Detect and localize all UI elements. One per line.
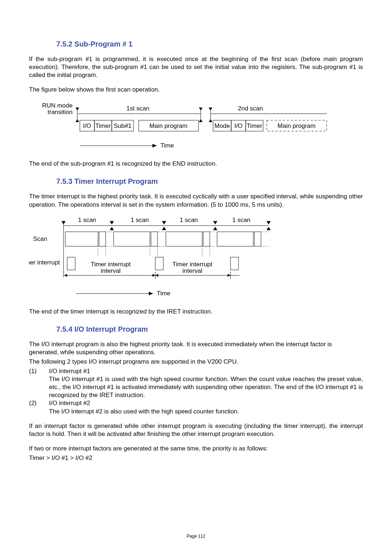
sec2-p2: The end of the timer interrupt is recogn…: [29, 308, 363, 316]
svg-marker-58: [64, 274, 67, 277]
fig2-scan-label: Scan: [33, 235, 47, 242]
figure-first-scan: RUN mode transition 1st scan I/O Timer S…: [29, 100, 363, 155]
fig1-timer: Timer: [95, 122, 111, 129]
svg-marker-1: [75, 108, 79, 110]
svg-rect-48: [67, 257, 75, 270]
heading-754: 7.5.4 I/O Interrupt Program: [56, 324, 363, 334]
svg-rect-41: [203, 232, 210, 246]
svg-marker-29: [213, 227, 217, 230]
fig1-scan2-label: 2nd scan: [238, 105, 263, 112]
item2-num: (2): [29, 399, 49, 407]
heading-752: 7.5.2 Sub-Program # 1: [56, 39, 363, 49]
figure-timer-interrupt: 1 scan 1 scan 1 scan 1 scan Scan: [29, 215, 363, 303]
fig1-main2: Main program: [278, 122, 316, 129]
fig2-svg: 1 scan 1 scan 1 scan 1 scan Scan: [29, 215, 363, 303]
fig1-svg: RUN mode transition 1st scan I/O Timer S…: [29, 100, 363, 155]
svg-marker-27: [162, 227, 166, 230]
svg-rect-32: [65, 232, 98, 246]
fig1-timer2: Timer: [247, 122, 262, 129]
svg-marker-20: [152, 144, 157, 147]
svg-marker-60: [155, 274, 158, 277]
fig1-main1: Main program: [150, 122, 188, 129]
svg-rect-40: [166, 232, 202, 246]
fig2-int2b: interval: [183, 267, 203, 274]
svg-marker-5: [199, 108, 203, 110]
sec1-p3: The end of the sub-program #1 is recogni…: [29, 160, 363, 168]
item2-title: I/O interrupt #2: [49, 399, 363, 407]
sec3-p5: Timer > I/O #1 > I/O #2: [29, 454, 363, 462]
svg-rect-50: [230, 257, 238, 270]
sec3-p2: The following 2 types I/O interrupt prog…: [29, 358, 363, 366]
item1-num: (1): [29, 367, 49, 375]
page-number: Page 112: [0, 534, 392, 539]
sec3-p3: If an interrupt factor is generated whil…: [29, 422, 363, 438]
fig2-ti-label: Timer interrupt: [29, 259, 60, 266]
fig2-int2a: Timer interrupt: [172, 261, 212, 268]
svg-marker-23: [62, 221, 65, 224]
svg-marker-14: [209, 119, 212, 122]
fig1-io2: I/O: [234, 122, 243, 129]
fig2-scan-l3: 1 scan: [180, 217, 198, 223]
item1-body: The I/O interrupt #1 is used with the hi…: [49, 375, 363, 399]
svg-marker-25: [110, 227, 114, 230]
svg-marker-13: [209, 108, 212, 110]
svg-marker-30: [267, 221, 270, 224]
svg-rect-49: [155, 257, 163, 270]
fig1-transition: transition: [48, 109, 73, 116]
svg-marker-59: [152, 274, 155, 277]
sec1-p1: If the sub-program #1 is programmed, it …: [29, 55, 363, 79]
sec2-p1: The timer interrupt is the highest prior…: [29, 193, 363, 209]
fig1-scan1-label: 1st scan: [126, 105, 149, 112]
item2-body: The I/O interrupt #2 is also used with t…: [49, 408, 363, 416]
svg-marker-6: [199, 119, 203, 122]
fig1-runmode: RUN mode: [42, 102, 73, 109]
svg-rect-44: [217, 232, 253, 246]
svg-marker-24: [110, 221, 114, 224]
fig1-time: Time: [160, 142, 174, 149]
svg-marker-2: [75, 119, 79, 122]
svg-marker-26: [162, 221, 166, 224]
svg-rect-37: [151, 232, 158, 246]
fig1-sub1: Sub#1: [114, 122, 131, 129]
svg-marker-65: [149, 292, 153, 295]
sec1-p2: The figure below shows the first scan op…: [29, 86, 363, 94]
fig2-scan-l2: 1 scan: [131, 217, 149, 223]
item1-title: I/O interrupt #1: [49, 367, 363, 375]
svg-rect-33: [99, 232, 106, 246]
fig2-int1a: Timer interrupt: [91, 261, 131, 268]
svg-marker-31: [267, 227, 270, 230]
svg-marker-61: [228, 274, 230, 277]
svg-marker-28: [213, 221, 217, 224]
heading-753: 7.5.3 Timer Interrupt Program: [56, 177, 363, 186]
sec3-p1: The I/O interrupt program is also the hi…: [29, 340, 363, 356]
svg-rect-45: [254, 232, 261, 246]
sec3-p4: If two or more interrupt factors are gen…: [29, 445, 363, 453]
io-interrupt-list: (1) I/O interrupt #1 The I/O interrupt #…: [29, 367, 363, 416]
svg-rect-36: [114, 232, 150, 246]
fig2-scan-l1: 1 scan: [78, 217, 96, 223]
fig1-io: I/O: [83, 122, 91, 129]
fig2-int1b: interval: [101, 267, 121, 274]
fig2-scan-l4: 1 scan: [232, 217, 250, 223]
fig1-mode: Mode: [215, 122, 230, 129]
fig2-time: Time: [157, 290, 170, 297]
